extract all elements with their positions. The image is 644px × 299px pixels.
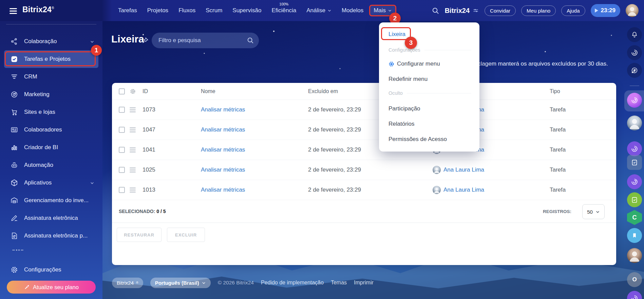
nav-supervisao[interactable]: Supervisão (232, 7, 261, 14)
row-menu-icon[interactable] (130, 188, 136, 193)
rail-user-avatar[interactable] (627, 248, 642, 263)
selection-summary-row: SELECIONADO: 0 / 5 REGISTROS: 50 (112, 200, 616, 223)
search-icon[interactable] (432, 7, 439, 15)
mais-dropdown-menu: Lixeira Configurações Configurar menu Re… (379, 22, 479, 152)
copilot-icon-partial[interactable] (627, 291, 642, 299)
upgrade-plan-button[interactable]: Atualize seu plano (7, 281, 96, 294)
search-icon[interactable] (247, 37, 254, 44)
footer-link-implementacao[interactable]: Pedido de implementação (261, 280, 324, 286)
footer-brand-pill[interactable]: Bitrix24® (112, 278, 143, 288)
footer-link-imprimir[interactable]: Imprimir (354, 280, 374, 286)
time-tracker[interactable]: 23:29 (591, 4, 620, 17)
status-circle-icon[interactable]: O (627, 272, 642, 287)
account-menu[interactable]: Bitrix24 (445, 7, 479, 15)
rail-user-avatar[interactable] (627, 116, 642, 130)
meu-plano-button[interactable]: Meu plano (521, 5, 556, 16)
copilot-pro-icon[interactable] (627, 93, 642, 108)
row-menu-icon[interactable] (130, 147, 136, 153)
sidebar-item-sites-e-lojas[interactable]: Sites e lojas (4, 103, 98, 121)
sidebar-item-colaboradores[interactable]: Colaboradores (4, 121, 98, 139)
excluir-button[interactable]: EXCLUIR (167, 228, 205, 242)
row-checkbox[interactable] (119, 187, 125, 193)
cell-name-link[interactable]: Analisar métricas (201, 106, 245, 113)
bookmark-icon[interactable] (627, 228, 642, 243)
notifications-bell-icon[interactable] (627, 27, 642, 42)
pin-icon[interactable] (141, 37, 149, 44)
row-menu-icon[interactable] (130, 168, 136, 173)
restaurar-button[interactable]: RESTAURAR (117, 228, 162, 242)
row-checkbox[interactable] (119, 127, 125, 133)
row-menu-icon[interactable] (130, 127, 136, 133)
column-header-tipo[interactable]: Tipo (550, 88, 560, 94)
copilot-sparkle-icon[interactable] (627, 174, 642, 189)
grid-settings-gear-icon[interactable] (130, 88, 136, 94)
tasks-icon (10, 55, 18, 63)
user-avatar[interactable] (433, 186, 441, 194)
cell-name-link[interactable]: Analisar métricas (201, 166, 245, 173)
sliders-icon (472, 7, 479, 14)
cell-deleted-at: 2 de fevereiro, 23:29 (308, 166, 361, 173)
ajuda-button[interactable]: Ajuda (561, 5, 585, 16)
menu-item-redefinir-menu[interactable]: Redefinir menu (389, 76, 428, 83)
copilot-icon[interactable] (627, 141, 642, 156)
section-configuracoes: Configurações (389, 47, 471, 53)
chevron-down-icon (90, 39, 94, 44)
nav-tarefas[interactable]: Tarefas (118, 7, 137, 14)
sidebar-item-automacao[interactable]: Automação (4, 156, 98, 174)
language-selector[interactable]: Português (Brasil) (150, 278, 211, 288)
column-header-excluido-em[interactable]: Excluído em (308, 88, 338, 94)
records-per-page-select[interactable]: 50 (582, 204, 605, 219)
tasks-app-icon[interactable] (627, 155, 642, 170)
sidebar-collapse-handle[interactable] (12, 249, 23, 251)
cell-deleted-at: 2 de fevereiro, 23:29 (308, 187, 361, 193)
sidebar-item-marketing[interactable]: Marketing (4, 86, 98, 103)
sidebar-item-gerenciamento-inventario[interactable]: Gerenciamento do inve... (4, 192, 98, 209)
menu-item-lixeira[interactable]: Lixeira (389, 31, 405, 38)
menu-item-permissoes-de-acesso[interactable]: Permissões de Acesso (389, 136, 447, 143)
row-checkbox[interactable] (119, 147, 125, 153)
user-avatar[interactable] (626, 4, 639, 17)
column-header-nome[interactable]: Nome (201, 88, 215, 94)
nav-analise[interactable]: Análise (306, 7, 332, 14)
right-rail: C O (625, 21, 644, 299)
cell-name-link[interactable]: Analisar métricas (201, 187, 245, 193)
row-checkbox[interactable] (119, 107, 125, 113)
bitrix24-logo[interactable]: Bitrix24® (22, 5, 54, 14)
sidebar-item-colaboracao[interactable]: Colaboração (4, 33, 98, 50)
search-input[interactable] (158, 37, 247, 44)
column-header-id[interactable]: ID (143, 88, 148, 94)
tasks-green-icon[interactable] (627, 192, 642, 207)
sidebar-item-aplicativos[interactable]: Aplicativos (4, 174, 98, 192)
sidebar-item-tarefas-e-projetos[interactable]: Tarefas e Projetos (4, 50, 98, 68)
nav-mais[interactable]: Mais 2 (369, 5, 396, 16)
select-all-checkbox[interactable] (119, 88, 125, 94)
cell-name-link[interactable]: Analisar métricas (201, 146, 245, 153)
convidar-button[interactable]: Convidar (485, 5, 516, 16)
sidebar-item-crm[interactable]: CRM (4, 68, 98, 86)
row-menu-icon[interactable] (130, 107, 136, 112)
copilot-icon[interactable] (627, 45, 642, 60)
user-avatar[interactable] (433, 166, 441, 174)
menu-item-relatorios[interactable]: Relatórios (389, 121, 415, 127)
footer-link-temas[interactable]: Temas (331, 280, 347, 286)
cell-name-link[interactable]: Analisar métricas (201, 126, 245, 133)
menu-item-configurar-menu[interactable]: Configurar menu (389, 60, 440, 67)
nav-projetos[interactable]: Projetos (147, 7, 168, 14)
cube-icon (10, 179, 18, 187)
nav-modelos[interactable]: Modelos (342, 7, 363, 14)
sidebar-item-configuracoes[interactable]: Configurações (4, 261, 98, 279)
nav-eficiencia[interactable]: 100% Eficiência (271, 7, 296, 14)
sidebar-item-assinatura-eletronica[interactable]: Assinatura eletrônica (4, 209, 98, 227)
cell-type: Tarefa (550, 187, 566, 193)
company-hexagon-icon[interactable]: C (627, 210, 642, 225)
row-checkbox[interactable] (119, 167, 125, 173)
nav-fluxos[interactable]: Fluxos (178, 7, 195, 14)
nav-scrum[interactable]: Scrum (206, 7, 222, 14)
hamburger-menu-icon[interactable] (10, 8, 17, 14)
sidebar-item-assinatura-eletronica-p[interactable]: Assinatura eletrônica p... (4, 227, 98, 245)
messenger-icon[interactable] (627, 63, 642, 78)
sidebar-item-criador-de-bi[interactable]: Criador de BI (4, 139, 98, 156)
user-link[interactable]: Ana Laura Lima (443, 187, 484, 193)
user-link[interactable]: Ana Laura Lima (443, 166, 484, 173)
menu-item-participacao[interactable]: Participação (389, 105, 420, 112)
